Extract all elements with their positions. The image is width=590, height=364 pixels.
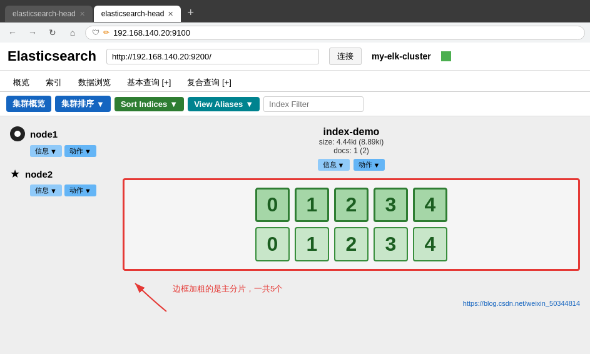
- replica-shard-0[interactable]: 0: [255, 227, 290, 261]
- home-button[interactable]: ⌂: [65, 25, 80, 40]
- index-size: size: 4.44ki (8.89ki): [123, 138, 580, 146]
- sort-indices-button[interactable]: Sort Indices ▼: [114, 97, 184, 111]
- index-action-dropdown: ▼: [374, 161, 380, 169]
- new-tab-button[interactable]: +: [182, 4, 199, 22]
- node-item-1: node1 信息 ▼ 动作 ▼: [10, 126, 110, 157]
- primary-shard-0[interactable]: 0: [255, 188, 290, 222]
- node1-header: node1: [10, 126, 110, 141]
- replica-shards-row: 0 1 2 3 4: [135, 227, 568, 261]
- shield-icon: 🛡: [92, 28, 99, 37]
- index-header: index-demo size: 4.44ki (8.89ki) docs: 1…: [123, 126, 580, 171]
- nav-tab-complex-query[interactable]: 复合查询 [+]: [179, 73, 239, 91]
- replica-shard-3[interactable]: 3: [374, 227, 408, 261]
- cluster-overview-button[interactable]: 集群概览: [6, 96, 51, 112]
- node1-info-dropdown: ▼: [50, 148, 57, 155]
- sort-indices-dropdown-icon: ▼: [170, 99, 178, 109]
- index-info-button[interactable]: 信息 ▼: [318, 159, 350, 171]
- nav-tab-index[interactable]: 索引: [38, 73, 70, 91]
- nav-tab-basic-query[interactable]: 基本查询 [+]: [119, 73, 179, 91]
- node2-star-icon: ★: [10, 167, 20, 181]
- address-input-wrap[interactable]: 🛡 ✏ 192.168.140.20:9100: [85, 26, 585, 40]
- node1-action-dropdown: ▼: [84, 148, 91, 155]
- shards-container: 0 1 2 3 4 0 1 2 3 4: [123, 178, 580, 271]
- tab-bar: elasticsearch-head ✕ elasticsearch-head …: [0, 0, 590, 22]
- address-bar: ← → ↻ ⌂ 🛡 ✏ 192.168.140.20:9100: [0, 22, 590, 43]
- node2-actions: 信息 ▼ 动作 ▼: [30, 185, 110, 196]
- pencil-icon: ✏: [103, 28, 109, 37]
- node2-info-dropdown: ▼: [50, 187, 57, 195]
- toolbar: 集群概览 集群排序 ▼ Sort Indices ▼ View Aliases …: [0, 92, 590, 116]
- app-header: Elasticsearch 连接 my-elk-cluster: [0, 43, 590, 71]
- back-button[interactable]: ←: [5, 25, 20, 40]
- node1-actions: 信息 ▼ 动作 ▼: [30, 145, 110, 157]
- view-aliases-dropdown-icon: ▼: [245, 99, 253, 109]
- replica-shard-4[interactable]: 4: [413, 227, 447, 261]
- reload-button[interactable]: ↻: [45, 25, 60, 40]
- cluster-status-indicator: [441, 51, 451, 61]
- app-logo: Elasticsearch: [8, 48, 96, 64]
- replica-shard-1[interactable]: 1: [295, 227, 329, 261]
- primary-shard-1[interactable]: 1: [295, 188, 329, 222]
- primary-shard-3[interactable]: 3: [374, 188, 408, 222]
- node2-info-button[interactable]: 信息 ▼: [30, 185, 62, 196]
- primary-shard-2[interactable]: 2: [334, 188, 369, 222]
- tab-1[interactable]: elasticsearch-head ✕: [5, 6, 93, 22]
- node1-circle-icon: [10, 126, 25, 141]
- annotation-arrow: [129, 277, 179, 315]
- node2-action-button[interactable]: 动作 ▼: [64, 185, 96, 196]
- connect-button[interactable]: 连接: [329, 48, 362, 65]
- server-url-input[interactable]: [106, 49, 319, 64]
- nav-tab-overview[interactable]: 概览: [5, 73, 38, 91]
- index-action-button[interactable]: 动作 ▼: [353, 159, 385, 171]
- primary-shards-row: 0 1 2 3 4: [135, 188, 568, 222]
- primary-shard-4[interactable]: 4: [413, 188, 447, 222]
- node2-action-dropdown: ▼: [84, 187, 91, 195]
- tab-2-label: elasticsearch-head: [101, 9, 165, 18]
- index-name: index-demo: [123, 126, 580, 138]
- node-item-2: ★ node2 信息 ▼ 动作 ▼: [10, 167, 110, 196]
- nav-tabs: 概览 索引 数据浏览 基本查询 [+] 复合查询 [+]: [0, 71, 590, 92]
- browser-chrome: elasticsearch-head ✕ elasticsearch-head …: [0, 0, 590, 43]
- view-aliases-button[interactable]: View Aliases ▼: [188, 97, 260, 111]
- cluster-sort-button[interactable]: 集群排序 ▼: [55, 96, 111, 112]
- node1-action-button[interactable]: 动作 ▼: [64, 145, 96, 157]
- tab-2[interactable]: elasticsearch-head ✕: [94, 6, 181, 22]
- node1-info-button[interactable]: 信息 ▼: [30, 145, 62, 157]
- forward-button[interactable]: →: [25, 25, 40, 40]
- main-content: node1 信息 ▼ 动作 ▼ ★ node2 信息: [0, 116, 590, 354]
- cluster-sort-dropdown-icon: ▼: [96, 99, 104, 109]
- index-actions: 信息 ▼ 动作 ▼: [123, 159, 580, 171]
- node2-header: ★ node2: [10, 167, 110, 181]
- annotation-area: 边框加粗的是主分片，一共5个: [123, 283, 580, 295]
- footer-url: https://blog.csdn.net/weixin_50344814: [123, 300, 580, 307]
- nav-tab-data-browser[interactable]: 数据浏览: [70, 73, 119, 91]
- tab-1-label: elasticsearch-head: [13, 9, 76, 18]
- address-text: 192.168.140.20:9100: [113, 28, 190, 38]
- nodes-panel: node1 信息 ▼ 动作 ▼ ★ node2 信息: [10, 126, 110, 344]
- annotation-text: 边框加粗的是主分片，一共5个: [173, 284, 283, 293]
- index-info-dropdown: ▼: [338, 161, 345, 169]
- index-filter-input[interactable]: [263, 96, 364, 112]
- node1-name: node1: [30, 129, 58, 139]
- replica-shard-2[interactable]: 2: [334, 227, 369, 261]
- index-docs: docs: 1 (2): [123, 146, 580, 155]
- tab-1-close[interactable]: ✕: [79, 10, 85, 18]
- index-panel: index-demo size: 4.44ki (8.89ki) docs: 1…: [123, 126, 580, 344]
- tab-2-close[interactable]: ✕: [168, 10, 173, 18]
- cluster-name: my-elk-cluster: [372, 51, 431, 61]
- node2-name: node2: [25, 169, 53, 179]
